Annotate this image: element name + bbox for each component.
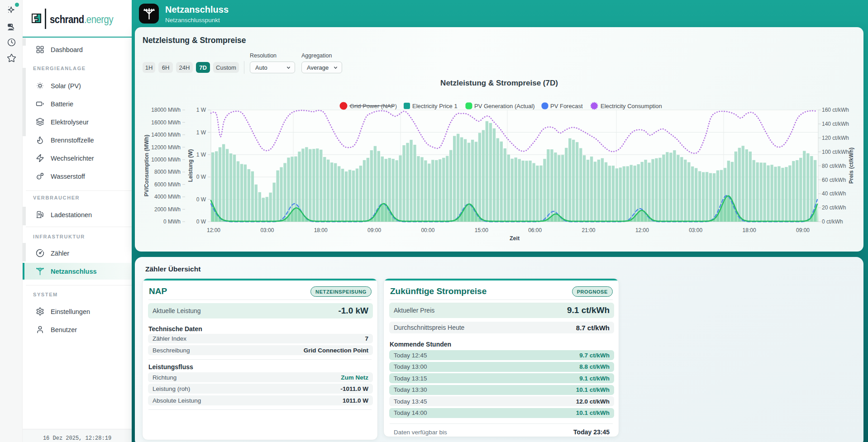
svg-text:18:00: 18:00 [743, 227, 756, 233]
svg-text:0 ct/kWh: 0 ct/kWh [822, 219, 843, 225]
svg-text:PV Forecast: PV Forecast [550, 103, 583, 109]
svg-text:4000 MWh: 4000 MWh [154, 194, 181, 200]
svg-text:1 W: 1 W [196, 129, 206, 136]
svg-text:6000 MWh: 6000 MWh [154, 181, 181, 188]
svg-text:2000 MWh: 2000 MWh [154, 206, 181, 213]
svg-text:14000 MWh: 14000 MWh [151, 132, 181, 138]
svg-text:18000 MWh: 18000 MWh [151, 107, 181, 113]
svg-text:PV Generation (Actual): PV Generation (Actual) [474, 103, 535, 109]
svg-text:18:00: 18:00 [314, 227, 328, 233]
svg-text:09:00: 09:00 [367, 227, 381, 233]
svg-text:21:00: 21:00 [582, 227, 595, 233]
svg-text:10000 MWh: 10000 MWh [151, 157, 181, 163]
svg-text:Zeit: Zeit [510, 235, 520, 242]
svg-text:80 ct/kWh: 80 ct/kWh [822, 163, 846, 169]
svg-text:06:00: 06:00 [528, 227, 542, 233]
svg-text:03:00: 03:00 [260, 227, 274, 233]
svg-text:16000 MWh: 16000 MWh [151, 119, 181, 126]
svg-text:PV/Consumption (MWh): PV/Consumption (MWh) [143, 135, 150, 197]
svg-text:Electricity Price 1: Electricity Price 1 [412, 103, 458, 109]
svg-text:Electricity Consumption: Electricity Consumption [601, 103, 662, 109]
svg-text:8000 MWh: 8000 MWh [154, 169, 181, 175]
svg-text:100 ct/kWh: 100 ct/kWh [822, 149, 849, 155]
svg-text:1 W: 1 W [196, 152, 206, 158]
svg-text:Netzleistung & Strompreise (7D: Netzleistung & Strompreise (7D) [440, 79, 558, 87]
svg-text:00:00: 00:00 [421, 227, 434, 233]
svg-text:0 W: 0 W [196, 196, 206, 203]
svg-text:0 W: 0 W [196, 174, 206, 180]
svg-text:Preis (ct/kWh): Preis (ct/kWh) [848, 147, 854, 184]
svg-text:140 ct/kWh: 140 ct/kWh [822, 121, 849, 127]
svg-text:40 ct/kWh: 40 ct/kWh [822, 190, 846, 197]
svg-text:20 ct/kWh: 20 ct/kWh [822, 204, 846, 211]
svg-text:12000 MWh: 12000 MWh [151, 144, 181, 151]
svg-text:120 ct/kWh: 120 ct/kWh [822, 135, 849, 141]
svg-text:60 ct/kWh: 60 ct/kWh [822, 177, 846, 183]
svg-text:03:00: 03:00 [689, 227, 702, 233]
svg-text:0 MWh: 0 MWh [163, 219, 181, 225]
svg-text:15:00: 15:00 [475, 227, 488, 233]
svg-text:12:00: 12:00 [635, 227, 649, 233]
svg-text:Leistung (W): Leistung (W) [187, 149, 194, 182]
svg-text:09:00: 09:00 [796, 227, 810, 233]
svg-text:12:00: 12:00 [207, 227, 220, 233]
svg-text:0 W: 0 W [196, 219, 206, 225]
svg-text:160 ct/kWh: 160 ct/kWh [822, 107, 849, 113]
svg-text:1 W: 1 W [196, 107, 206, 113]
